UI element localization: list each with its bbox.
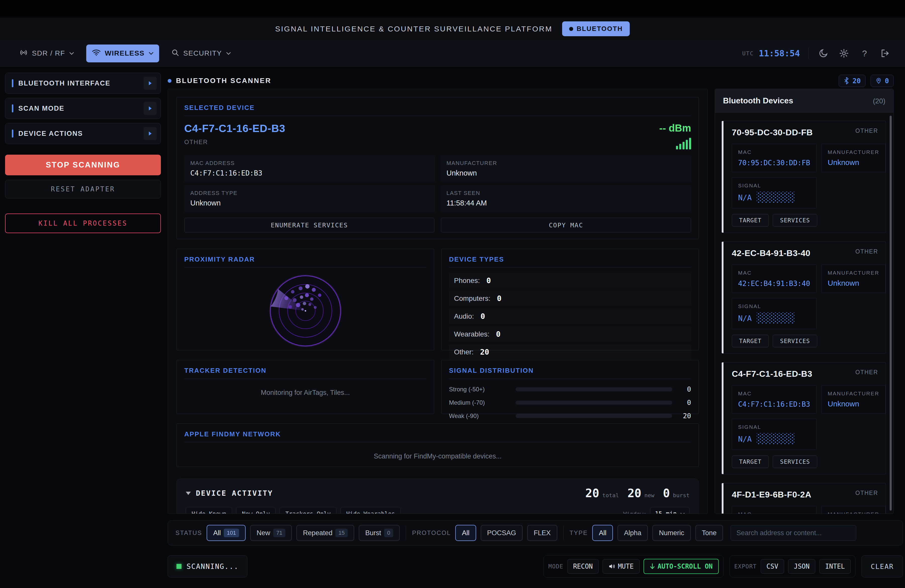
reset-adapter-button[interactable]: RESET ADAPTER — [5, 180, 161, 199]
mode-recon-button[interactable]: RECON — [567, 559, 599, 574]
signal-distribution-rows: Strong (-50+) 0 Medium (-70) 0 Weak (-90… — [449, 385, 691, 420]
device-types-panel: DEVICE TYPES Phones:0 Computers:0 Audio:… — [441, 249, 699, 350]
nav-security[interactable]: SECURITY — [166, 44, 237, 62]
triangle-right-icon — [149, 132, 152, 135]
device-mac-box: MAC 70:95:DC:30:DD:FB — [732, 144, 816, 172]
tracker-signal-row: TRACKER DETECTION Monitoring for AirTags… — [176, 360, 699, 414]
bucket-count: 0 — [672, 399, 691, 407]
stop-scanning-button[interactable]: STOP SCANNING — [5, 155, 161, 175]
section-accent-bar — [12, 104, 13, 113]
type-numeric-button[interactable]: Numeric — [653, 525, 691, 541]
device-card[interactable]: 70-95-DC-30-DD-FB OTHER MAC 70:95:DC:30:… — [721, 121, 886, 233]
device-card[interactable]: 42-EC-B4-91-B3-40 OTHER MAC 42:EC:B4:91:… — [721, 242, 886, 354]
type-all-button[interactable]: All — [592, 525, 613, 541]
geo-count-badge[interactable]: 0 — [870, 75, 894, 87]
filter-trackers-only[interactable]: Trackers Only — [279, 507, 337, 514]
field-label: MANUFACTURER — [828, 511, 880, 513]
copy-mac-button[interactable]: COPY MAC — [441, 218, 691, 232]
kill-all-processes-button[interactable]: KILL ALL PROCESSES — [5, 213, 161, 233]
device-category: OTHER — [856, 489, 878, 496]
bluetooth-count-badge[interactable]: 20 — [838, 75, 865, 87]
device-signal-box: SIGNAL N/A — [732, 298, 816, 329]
export-csv-button[interactable]: CSV — [761, 559, 784, 574]
devices-panel-header: Bluetooth Devices (20) — [715, 89, 894, 113]
location-pin-icon — [875, 77, 882, 84]
activity-header[interactable]: DEVICE ACTIVITY 20total 20new 0burst — [186, 486, 689, 500]
settings-gear-icon[interactable] — [838, 47, 850, 59]
section-accent-bar — [12, 79, 13, 87]
devices-count: (20) — [873, 97, 885, 105]
broadcast-icon — [19, 48, 28, 59]
filter-new-only[interactable]: New Only — [236, 507, 276, 514]
option-count: 71 — [273, 529, 285, 537]
sidebar-section-device-actions[interactable]: DEVICE ACTIONS — [5, 123, 161, 144]
tracker-status-message: Monitoring for AirTags, Tiles... — [184, 379, 426, 407]
signal-value: N/A — [738, 314, 752, 323]
expand-button[interactable] — [143, 127, 157, 140]
help-icon[interactable]: ? — [859, 47, 870, 59]
signal-row-strong: Strong (-50+) 0 — [449, 385, 691, 393]
mute-button[interactable]: MUTE — [603, 559, 640, 574]
divider — [406, 526, 406, 540]
nav-sdr-rf[interactable]: SDR / RF — [14, 44, 80, 63]
expand-button[interactable] — [143, 102, 157, 115]
status-repeated-button[interactable]: Repeated 15 — [296, 525, 354, 541]
export-label: EXPORT — [734, 563, 757, 570]
target-button[interactable]: TARGET — [732, 335, 769, 347]
expand-button[interactable] — [143, 77, 157, 90]
status-burst-button[interactable]: Burst 0 — [359, 525, 400, 541]
type-label: Audio: — [454, 312, 474, 320]
search-input[interactable] — [730, 525, 856, 541]
scrollbar[interactable] — [890, 116, 892, 510]
bucket-label: Weak (-90) — [449, 412, 516, 420]
status-new-button[interactable]: New 71 — [250, 525, 292, 541]
option-label: All — [213, 529, 221, 537]
theme-moon-icon[interactable] — [817, 47, 829, 59]
status-all-button[interactable]: All 101 — [206, 525, 246, 541]
mode-group: MODE RECON MUTE AUTO-SCROLL ON — [543, 555, 723, 578]
services-button[interactable]: SERVICES — [773, 335, 817, 347]
export-json-button[interactable]: JSON — [788, 559, 816, 574]
clear-button[interactable]: CLEAR — [862, 555, 903, 577]
top-strip — [0, 0, 905, 17]
target-button[interactable]: TARGET — [732, 214, 769, 227]
sidebar-section-bluetooth-interface[interactable]: BLUETOOTH INTERFACE — [5, 73, 161, 94]
scanning-square-icon — [176, 564, 181, 569]
sidebar-section-scan-mode[interactable]: SCAN MODE — [5, 98, 161, 119]
export-intel-button[interactable]: INTEL — [819, 559, 851, 574]
signal-row-medium: Medium (-70) 0 — [449, 399, 691, 407]
window-select[interactable]: 15 min — [650, 507, 689, 514]
type-count: 0 — [486, 276, 491, 285]
type-alpha-button[interactable]: Alpha — [618, 525, 648, 541]
device-type-row: Audio:0 — [449, 309, 691, 324]
auto-scroll-button[interactable]: AUTO-SCROLL ON — [643, 559, 719, 574]
type-tone-button[interactable]: Tone — [695, 525, 723, 541]
enumerate-services-button[interactable]: ENUMERATE SERVICES — [184, 218, 434, 232]
type-filter-label: TYPE — [570, 529, 588, 536]
section-label: DEVICE ACTIONS — [18, 130, 83, 138]
scanning-label: SCANNING... — [187, 563, 238, 571]
device-card[interactable]: C4-F7-C1-16-ED-B3 OTHER MAC C4:F7:C1:16:… — [721, 362, 886, 474]
type-count: 20 — [480, 348, 489, 356]
selected-device-category: OTHER — [184, 138, 285, 146]
device-card[interactable]: 4F-D1-E9-6B-F0-2A OTHER MAC 4F:D1:E9:6B:… — [721, 483, 886, 513]
field-value: C4:F7:C1:16:ED:B3 — [190, 169, 429, 177]
target-button[interactable]: TARGET — [732, 456, 769, 468]
protocol-all-button[interactable]: All — [455, 525, 476, 541]
services-button[interactable]: SERVICES — [773, 456, 817, 468]
protocol-flex-button[interactable]: FLEX — [527, 525, 557, 541]
field-label: SIGNAL — [738, 424, 810, 430]
protocol-pocsag-button[interactable]: POCSAG — [481, 525, 523, 541]
panel-title: APPLE FINDMY NETWORK — [184, 430, 691, 438]
device-category: OTHER — [856, 127, 878, 134]
bar-track — [516, 414, 672, 418]
services-button[interactable]: SERVICES — [773, 214, 817, 227]
option-label: Repeated — [303, 529, 332, 537]
filter-hide-known[interactable]: Hide Known — [186, 507, 232, 514]
filter-hide-wearables[interactable]: Hide Wearables — [340, 507, 401, 514]
scanning-status-button[interactable]: SCANNING... — [168, 555, 248, 577]
stat-burst-label: burst — [673, 492, 689, 499]
logout-icon[interactable] — [879, 47, 891, 59]
nav-wireless[interactable]: WIRELESS — [86, 44, 159, 62]
field-label: MAC — [738, 391, 810, 397]
